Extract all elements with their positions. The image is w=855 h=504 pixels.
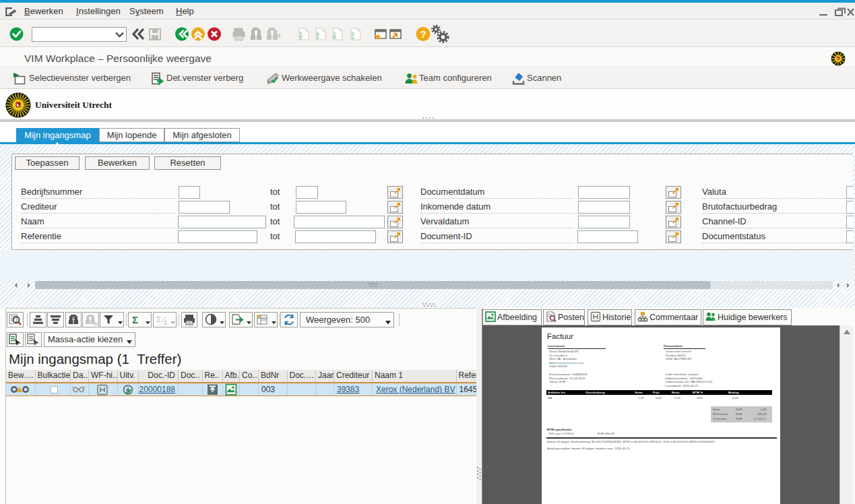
svg-text:Σ: Σ bbox=[156, 315, 161, 323]
svg-text:Σ: Σ bbox=[164, 319, 168, 326]
svg-text:?: ? bbox=[420, 28, 426, 40]
svg-text:Σ: Σ bbox=[132, 314, 138, 325]
